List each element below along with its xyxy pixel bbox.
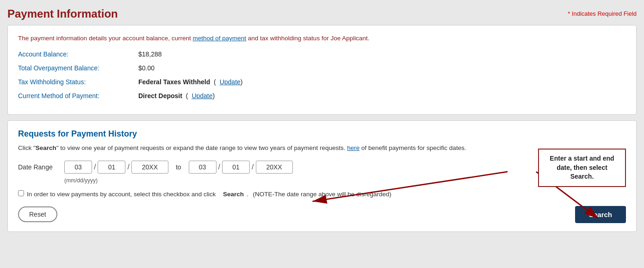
date-range-label: Date Range: [18, 163, 64, 171]
from-sep-2: /: [127, 163, 129, 171]
checkbox-label-text: In order to view payments by account, se…: [27, 191, 216, 198]
required-note: * Indicates Required Field: [568, 10, 637, 17]
account-balance-label: Account Balance:: [18, 50, 138, 58]
reset-button[interactable]: Reset: [18, 206, 57, 222]
to-sep-2: /: [252, 163, 254, 171]
overpayment-row: Total Overpayment Balance: $0.00: [18, 64, 626, 72]
overpayment-label: Total Overpayment Balance:: [18, 64, 138, 72]
from-month-input[interactable]: [64, 161, 92, 174]
history-description: Click "Search" to view one year of payme…: [18, 143, 626, 153]
from-sep-1: /: [94, 163, 96, 171]
payment-notice: The payment information details your acc…: [18, 34, 626, 43]
to-sep-1: /: [218, 163, 220, 171]
checkbox-note: (NOTE-The date range above will be disre…: [253, 191, 391, 198]
button-row: Reset Search: [18, 206, 626, 223]
tax-withholding-value: Federal Taxes Withheld (Update): [138, 78, 243, 86]
view-by-account-checkbox[interactable]: [18, 190, 24, 196]
from-day-input[interactable]: [98, 161, 125, 174]
tax-update-link[interactable]: Update: [220, 78, 241, 86]
tax-withholding-row: Tax Withholding Status: Federal Taxes Wi…: [18, 78, 626, 86]
page-wrapper: Payment Information * Indicates Required…: [7, 7, 637, 232]
account-balance-value: $18,288: [138, 50, 162, 58]
history-desc-end: of benefit payments for specific dates.: [361, 144, 466, 151]
tax-withholding-label: Tax Withholding Status:: [18, 78, 138, 86]
history-title: Requests for Payment History: [18, 129, 626, 139]
checkbox-search-word: Search: [223, 191, 244, 198]
payment-method-label: Current Method of Payment:: [18, 92, 138, 100]
search-button[interactable]: Search: [575, 206, 626, 223]
method-of-payment-link[interactable]: method of payment: [192, 35, 246, 42]
payment-info-card: The payment information details your acc…: [7, 25, 637, 115]
date-range-row: Date Range / / to / /: [18, 161, 626, 174]
account-balance-row: Account Balance: $18,288: [18, 50, 626, 58]
payment-method-value: Direct Deposit (Update): [138, 92, 215, 100]
to-day-input[interactable]: [222, 161, 250, 174]
date-to-text: to: [176, 163, 181, 171]
payment-method-row: Current Method of Payment: Direct Deposi…: [18, 92, 626, 100]
payment-update-link[interactable]: Update: [192, 92, 212, 100]
date-to-inputs: / /: [189, 161, 293, 174]
callout-box: Enter a start and end date, then select …: [538, 149, 626, 187]
page-title: Payment Information: [7, 7, 118, 20]
here-link[interactable]: here: [347, 144, 359, 151]
to-month-input[interactable]: [189, 161, 217, 174]
page-header: Payment Information * Indicates Required…: [7, 7, 637, 20]
from-year-input[interactable]: [131, 161, 168, 174]
overpayment-value: $0.00: [138, 64, 155, 72]
checkbox-row: In order to view payments by account, se…: [18, 189, 626, 198]
search-word: Search: [36, 144, 56, 151]
to-year-input[interactable]: [256, 161, 293, 174]
payment-history-card: Enter a start and end date, then select …: [7, 120, 637, 231]
date-from-inputs: / /: [64, 161, 168, 174]
